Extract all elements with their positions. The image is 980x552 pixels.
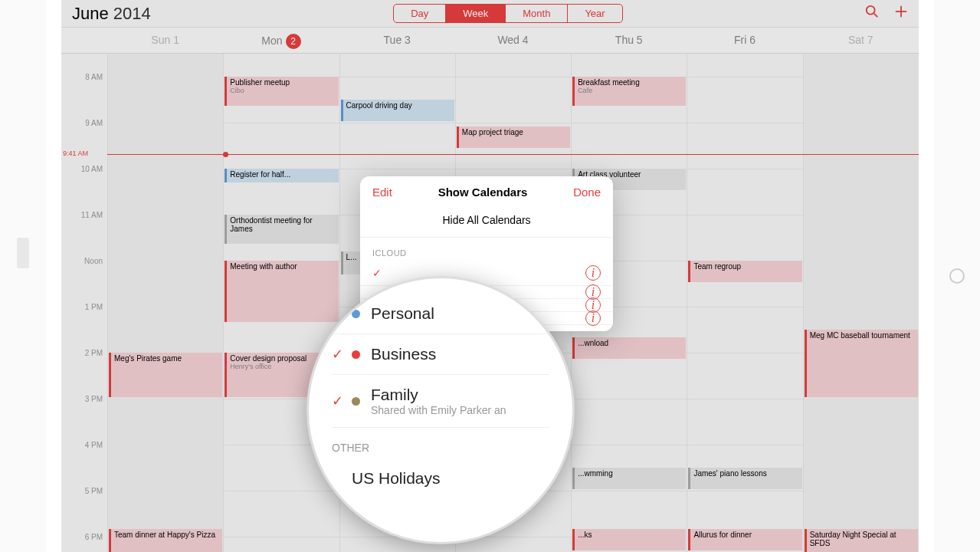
checkmark-icon: ✓ bbox=[332, 346, 352, 363]
event[interactable]: Orthodontist meeting for James bbox=[225, 215, 338, 244]
event[interactable]: Meg's Pirates game bbox=[109, 353, 222, 397]
event[interactable]: Allurus for dinner bbox=[688, 529, 801, 550]
add-icon[interactable] bbox=[894, 5, 908, 22]
view-month[interactable]: Month bbox=[506, 5, 568, 22]
magnifier-loupe: Personal ✓ Business ✓ Family Shared with… bbox=[306, 276, 575, 544]
hour-label: Noon bbox=[84, 257, 103, 265]
edit-button[interactable]: Edit bbox=[372, 186, 392, 199]
ipad-bezel-left bbox=[0, 0, 46, 552]
done-button[interactable]: Done bbox=[573, 186, 601, 199]
week-day-header: Sun 1 Mon2 Tue 3 Wed 4 Thu 5 Fri 6 Sat 7 bbox=[61, 28, 919, 54]
checkmark-icon: ✓ bbox=[372, 267, 386, 279]
calendar-color-dot bbox=[352, 350, 360, 359]
svg-line-1 bbox=[874, 14, 878, 18]
event[interactable]: Publisher meetupCibo bbox=[225, 77, 338, 106]
hour-label: 3 PM bbox=[85, 395, 103, 403]
title-year: 2014 bbox=[113, 4, 151, 23]
day-header-fri[interactable]: Fri 6 bbox=[687, 28, 802, 53]
col-mon[interactable]: Publisher meetupCibo Register for half..… bbox=[223, 54, 339, 552]
day-header-tue[interactable]: Tue 3 bbox=[339, 28, 455, 53]
event[interactable]: Meg MC baseball tournament bbox=[805, 330, 918, 397]
calendar-color-dot bbox=[352, 310, 360, 318]
calendar-name: Business bbox=[371, 345, 549, 363]
hour-label: 8 AM bbox=[85, 73, 103, 81]
hour-label: 6 PM bbox=[85, 533, 103, 541]
hour-label: 11 AM bbox=[81, 211, 103, 219]
event[interactable]: Meeting with author bbox=[225, 261, 338, 322]
hour-label: 10 AM bbox=[81, 165, 103, 173]
hour-label: 5 PM bbox=[85, 487, 103, 495]
now-time: 9:41 AM bbox=[63, 150, 88, 157]
event[interactable]: Register for half... bbox=[225, 169, 338, 182]
event[interactable]: Team dinner at Happy's Pizza bbox=[109, 529, 222, 552]
page-title: June 2014 bbox=[72, 4, 151, 24]
day-header-mon[interactable]: Mon2 bbox=[223, 28, 339, 53]
hour-label: 1 PM bbox=[85, 303, 103, 311]
toolbar-actions bbox=[865, 5, 908, 22]
popover-title: Show Calendars bbox=[438, 186, 528, 199]
popover-section-other: OTHER bbox=[332, 428, 549, 458]
ipad-bezel-right bbox=[934, 0, 980, 552]
day-header-sun[interactable]: Sun 1 bbox=[107, 28, 223, 53]
calendar-row-family[interactable]: ✓ Family Shared with Emily Parker an bbox=[332, 375, 549, 428]
hide-all-button[interactable]: Hide All Calendars bbox=[360, 208, 613, 238]
calendar-shared-label: Shared with Emily Parker an bbox=[371, 404, 549, 416]
today-badge: 2 bbox=[286, 34, 301, 49]
svg-point-0 bbox=[867, 6, 875, 15]
event[interactable]: Map project triage bbox=[457, 127, 570, 148]
calendar-color-dot bbox=[352, 397, 360, 406]
popover-section-icloud: ICLOUD bbox=[360, 238, 613, 261]
ipad-side-switch bbox=[17, 238, 29, 268]
event[interactable]: Saturday Night Special at SFDS bbox=[805, 529, 918, 552]
event[interactable]: Team regroup bbox=[688, 261, 801, 282]
view-day[interactable]: Day bbox=[394, 5, 446, 22]
calendar-row-holidays[interactable]: US Holidays bbox=[332, 458, 549, 498]
hour-label: 2 PM bbox=[85, 349, 103, 357]
toolbar: June 2014 Day Week Month Year bbox=[61, 0, 919, 28]
day-header-wed[interactable]: Wed 4 bbox=[455, 28, 571, 53]
event[interactable]: James' piano lessons bbox=[688, 468, 801, 489]
hour-label: 9 AM bbox=[85, 119, 103, 127]
calendar-name: Family bbox=[371, 386, 549, 404]
now-dot-icon bbox=[223, 152, 228, 157]
event[interactable]: ...ks bbox=[572, 529, 686, 550]
search-icon[interactable] bbox=[865, 5, 879, 22]
view-week[interactable]: Week bbox=[446, 5, 506, 22]
now-indicator: 9:41 AM bbox=[107, 154, 919, 155]
view-segmented-control[interactable]: Day Week Month Year bbox=[393, 4, 623, 23]
title-month: June bbox=[72, 4, 109, 23]
day-header-thu[interactable]: Thu 5 bbox=[571, 28, 687, 53]
event[interactable]: Breakfast meetingCafe bbox=[572, 77, 686, 106]
event[interactable]: Carpool driving day bbox=[341, 100, 454, 121]
calendar-row-personal[interactable]: Personal bbox=[332, 294, 549, 334]
hour-gutter: 8 AM 9 AM 10 AM 11 AM Noon 1 PM 2 PM 3 P… bbox=[61, 54, 107, 552]
event[interactable]: ...wnload bbox=[572, 337, 686, 359]
info-icon[interactable]: i bbox=[585, 310, 601, 326]
hour-label: 4 PM bbox=[85, 441, 103, 449]
view-year[interactable]: Year bbox=[568, 5, 621, 22]
calendar-row-business[interactable]: ✓ Business bbox=[332, 334, 549, 375]
event[interactable]: ...wmming bbox=[572, 468, 686, 489]
col-fri[interactable]: Team regroup James' piano lessons Alluru… bbox=[687, 54, 802, 552]
info-icon[interactable]: i bbox=[585, 265, 601, 281]
ipad-home-button[interactable] bbox=[949, 268, 965, 284]
col-sun[interactable]: Meg's Pirates game Team dinner at Happy'… bbox=[107, 54, 223, 552]
calendar-name: Personal bbox=[371, 304, 549, 323]
day-header-sat[interactable]: Sat 7 bbox=[803, 28, 919, 53]
popover-header: Edit Show Calendars Done bbox=[360, 176, 613, 208]
checkmark-icon: ✓ bbox=[332, 393, 352, 409]
col-sat[interactable]: Meg MC baseball tournament Saturday Nigh… bbox=[803, 54, 919, 552]
calendar-name: US Holidays bbox=[352, 469, 549, 488]
